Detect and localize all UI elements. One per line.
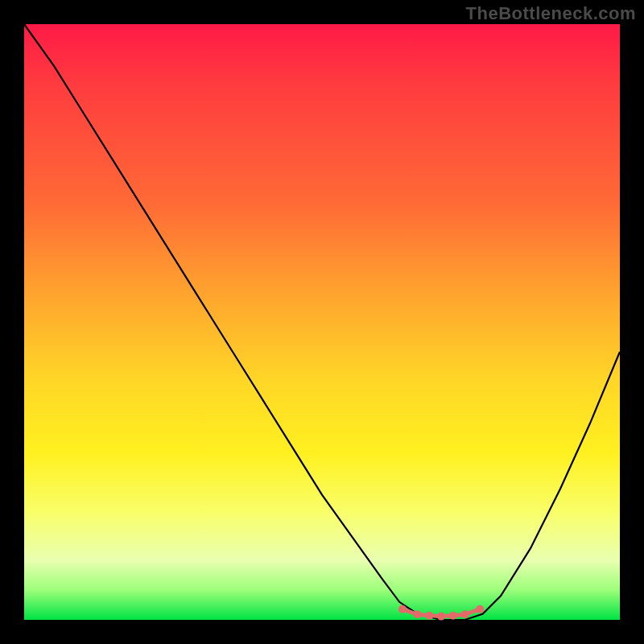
flat-zone-marker	[425, 612, 433, 620]
watermark-text: TheBottleneck.com	[466, 3, 636, 24]
flat-zone-marker	[476, 605, 484, 613]
flat-zone-marker	[461, 610, 469, 618]
flat-zone-marker	[413, 610, 421, 618]
bottleneck-curve-line	[24, 24, 620, 620]
flat-zone-marker	[437, 613, 445, 621]
flat-zone-marker	[449, 612, 457, 620]
curve-svg	[24, 24, 620, 620]
plot-area	[24, 24, 620, 620]
flat-zone-marker	[398, 605, 407, 613]
chart-frame: TheBottleneck.com	[0, 0, 644, 644]
